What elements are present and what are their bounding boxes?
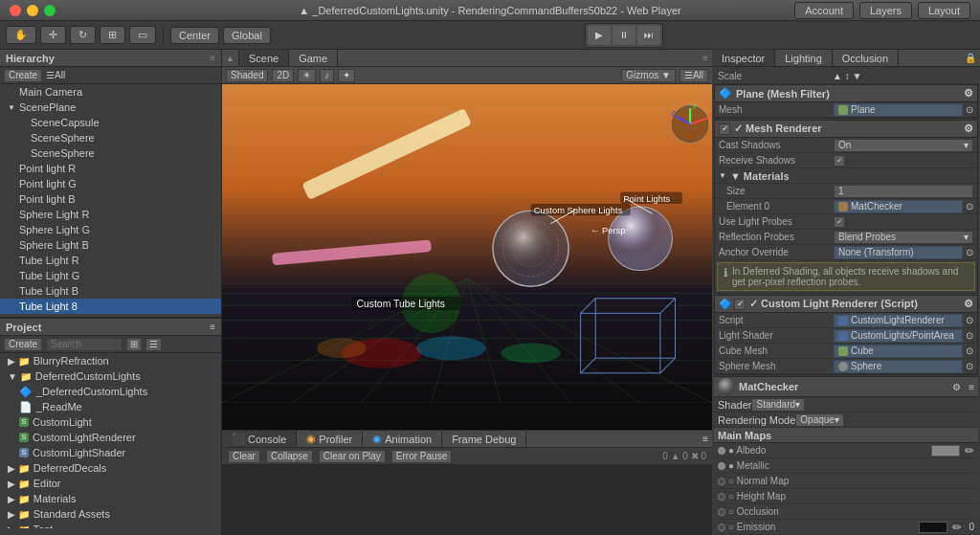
inspector-lock-icon[interactable]: 🔒 [965,53,976,63]
tab-scene[interactable]: Scene [239,50,289,66]
project-item-readme[interactable]: 📄_ReadMe [0,399,221,414]
collapse-btn[interactable]: Collapse [266,450,313,463]
shader-dropdown[interactable]: Standard▾ [751,398,805,412]
hierarchy-item[interactable]: Tube Light R [0,253,221,268]
pause-button[interactable]: ⏸ [612,26,635,45]
hierarchy-item[interactable]: SceneSphere [0,130,221,145]
hierarchy-item[interactable]: Sphere Light R [0,207,221,222]
project-menu-icon[interactable]: ≡ [210,322,215,332]
rendering-mode-dropdown[interactable]: Opaque▾ [795,413,844,427]
scale-tool[interactable]: ⊞ [100,26,125,44]
light-btn[interactable]: ☀ [298,69,316,82]
anchor-ref[interactable]: None (Transform) [834,246,963,259]
space-button[interactable]: Global [223,27,271,44]
mesh-ref[interactable]: Plane [834,103,963,117]
tab-occlusion[interactable]: Occlusion [833,50,899,66]
clear-on-play-btn[interactable]: Clear on Play [319,450,386,463]
mesh-filter-settings[interactable]: ⚙ [964,87,973,100]
scene-search-btn[interactable]: ☰All [679,69,708,82]
tab-lighting[interactable]: Lighting [775,50,833,66]
hierarchy-item[interactable]: Point light G [0,176,221,191]
use-light-probes-checkbox[interactable] [834,216,845,228]
step-button[interactable]: ⏭ [637,26,660,45]
minimize-button[interactable] [27,5,38,16]
error-pause-btn[interactable]: Error Pause [391,450,452,463]
mat-menu[interactable]: ≡ [969,382,974,392]
project-item-scene[interactable]: 🔷_DeferredCustomLights [0,384,221,399]
mesh-renderer-header[interactable]: ✓ Mesh Renderer ⚙ [715,121,977,138]
hierarchy-item[interactable]: Main Camera [0,84,221,100]
scene-viewport[interactable]: Custom Tube Lights Custom Sphere Lights … [222,84,712,430]
hierarchy-item[interactable]: Point light B [0,191,221,207]
mesh-circle-btn[interactable]: ⊙ [966,104,973,115]
size-box[interactable]: 1 [834,185,973,198]
panel-menu-icon[interactable]: ≡ [210,53,215,63]
audio-btn[interactable]: ♪ [320,69,334,82]
cube-mesh-ref[interactable]: Cube [834,345,963,358]
window-controls[interactable] [10,5,56,16]
tab-frame-debug[interactable]: Frame Debug [442,431,526,447]
hierarchy-item-selected[interactable]: Tube Light 8 [0,299,221,314]
tab-game[interactable]: Game [289,50,338,66]
pivot-button[interactable]: Center [170,27,219,44]
script-ref[interactable]: CustomLightRenderer [834,314,963,327]
custom-light-toggle[interactable] [734,299,746,310]
tab-animation[interactable]: ◉ Animation [363,431,442,447]
rect-tool[interactable]: ▭ [129,26,156,44]
project-search-input[interactable] [46,338,122,351]
reflection-probes-dropdown[interactable]: Blend Probes▾ [834,231,973,244]
tab-inspector[interactable]: Inspector [712,50,775,66]
albedo-swatch[interactable] [931,445,960,457]
layers-button[interactable]: Layers [859,2,912,19]
scene-menu-icon[interactable]: ≡ [702,53,708,63]
project-item-test[interactable]: ▶ 📁Test [0,522,221,528]
custom-light-settings[interactable]: ⚙ [964,298,973,310]
cast-shadows-dropdown[interactable]: On▾ [834,139,973,152]
effects-btn[interactable]: ✦ [338,69,355,82]
layout-button[interactable]: Layout [918,2,970,19]
anchor-circle[interactable]: ⊙ [966,247,973,257]
emission-eyedrop[interactable]: ✏ [952,521,962,534]
maximize-button[interactable] [44,5,56,16]
shading-dropdown[interactable]: Shaded [226,69,268,82]
script-circle[interactable]: ⊙ [966,315,973,325]
hierarchy-item[interactable]: SceneSphere [0,145,221,161]
hierarchy-item[interactable]: ▼ScenePlane [0,100,221,115]
custom-light-header[interactable]: 🔷 ✓ Custom Light Renderer (Script) ⚙ [715,296,977,313]
albedo-eyedrop[interactable]: ✏ [965,444,974,457]
project-item-blurry[interactable]: ▶ 📁BlurryRefraction [0,353,221,368]
sphere-circle[interactable]: ⊙ [966,361,973,371]
hierarchy-item[interactable]: Sphere Light B [0,237,221,253]
project-view-btn[interactable]: ☰ [145,338,162,351]
hierarchy-item[interactable]: Tube Light B [0,283,221,299]
hierarchy-filter[interactable]: ☰All [46,70,65,80]
sphere-mesh-ref[interactable]: Sphere [834,360,963,373]
close-button[interactable] [10,5,21,16]
element0-circle[interactable]: ⊙ [966,201,973,212]
project-item-customlight[interactable]: SCustomLight [0,414,221,430]
hierarchy-item[interactable]: Sphere Light G [0,222,221,237]
view-2d-btn[interactable]: 2D [272,69,294,82]
project-create-btn[interactable]: Create [4,338,42,351]
clear-btn[interactable]: Clear [228,450,260,463]
console-menu[interactable]: ≡ [702,434,708,444]
hierarchy-item[interactable]: Tube Light G [0,268,221,283]
project-item-customlightshader[interactable]: SCustomLightShader [0,445,221,460]
project-item-editor[interactable]: ▶ 📁Editor [0,476,221,491]
project-item-deferredDecals[interactable]: ▶ 📁DeferredDecals [0,460,221,476]
project-item-deferred[interactable]: ▼ 📁DeferredCustomLights [0,368,221,384]
project-item-standard-assets[interactable]: ▶ 📁Standard Assets [0,506,221,522]
materials-section[interactable]: ▼ ▼ Materials [715,168,977,184]
play-button[interactable]: ▶ [588,26,611,45]
project-sort-btn[interactable]: ⊞ [126,338,142,351]
rotate-tool[interactable]: ↻ [70,26,96,44]
account-button[interactable]: Account [794,2,854,19]
hand-tool[interactable]: ✋ [6,26,36,44]
light-shader-circle[interactable]: ⊙ [966,330,973,341]
receive-shadows-checkbox[interactable] [834,155,845,167]
hierarchy-create-btn[interactable]: Create [4,69,42,82]
mesh-renderer-settings[interactable]: ⚙ [964,123,973,135]
mat-settings[interactable]: ⚙ [952,382,961,392]
mesh-filter-header[interactable]: 🔷 Plane (Mesh Filter) ⚙ [715,85,977,102]
mesh-renderer-toggle[interactable] [719,123,730,135]
